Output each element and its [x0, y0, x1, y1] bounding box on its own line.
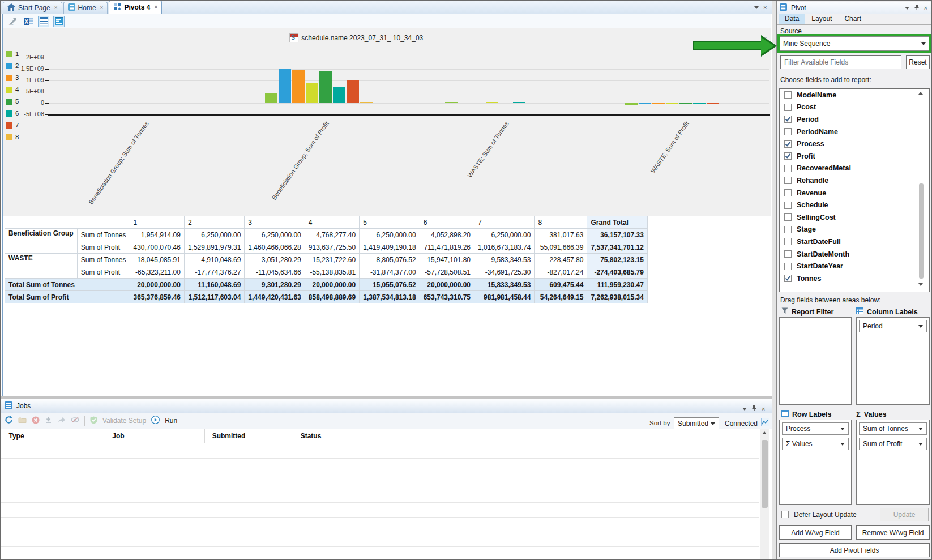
field-item-periodname[interactable]: PeriodName [780, 126, 929, 138]
pivot-document-page: csv X S schedule.name 2023_07_31_ 10_34_… [2, 14, 771, 396]
pin-icon[interactable] [914, 4, 920, 12]
checkbox[interactable] [784, 250, 792, 258]
checkbox[interactable] [784, 238, 792, 245]
table-view-icon[interactable] [38, 16, 49, 27]
scroll-up-icon[interactable] [918, 92, 923, 95]
filter-fields-input[interactable] [780, 55, 901, 69]
checkbox[interactable] [784, 213, 792, 221]
pivot-cell: 653,743,310.75 [420, 291, 474, 303]
checkbox[interactable] [784, 128, 792, 135]
field-item-tonnes[interactable]: Tonnes [780, 272, 929, 285]
jobs-column-header[interactable]: Submitted [205, 429, 253, 443]
field-item-rehandle[interactable]: Rehandle [780, 174, 929, 187]
close-icon[interactable]: × [762, 406, 765, 412]
close-icon[interactable]: × [100, 5, 104, 11]
checkbox[interactable] [784, 165, 792, 172]
close-icon[interactable]: × [763, 5, 767, 11]
defer-layout-checkbox[interactable] [781, 511, 789, 518]
export-excel-icon[interactable]: X [23, 16, 34, 27]
refresh-icon[interactable] [5, 416, 13, 426]
field-item-profit[interactable]: Profit [780, 150, 929, 163]
row-labels-dropzone[interactable]: ProcessΣ Values [779, 420, 852, 505]
field-item-startdatefull[interactable]: StartDateFull [780, 236, 929, 248]
reset-button[interactable]: Reset [906, 55, 930, 69]
source-dropdown[interactable]: Mine Sequence [779, 36, 930, 51]
jobs-empty-row [1, 546, 759, 560]
scroll-up-icon[interactable] [762, 431, 767, 434]
chevron-down-icon[interactable] [742, 408, 747, 411]
chevron-down-icon[interactable] [754, 6, 759, 9]
field-chip--values[interactable]: Σ Values [782, 438, 849, 450]
tab-label: Start Page [18, 4, 50, 12]
panel-tab-chart[interactable]: Chart [839, 14, 866, 24]
field-item-process[interactable]: Process [780, 138, 929, 150]
scrollbar-thumb[interactable] [919, 183, 924, 279]
checkbox[interactable] [784, 226, 792, 233]
field-item-stage[interactable]: Stage [780, 224, 929, 236]
scroll-down-icon[interactable] [918, 283, 923, 286]
field-chip-process[interactable]: Process [782, 422, 849, 435]
checkbox[interactable] [784, 152, 792, 160]
field-chip-period[interactable]: Period [859, 320, 927, 332]
pivot-cell: 11,160,048.69 [184, 279, 244, 291]
field-item-startdatemonth[interactable]: StartDateMonth [780, 248, 929, 260]
field-item-schedule[interactable]: Schedule [780, 199, 929, 211]
export-csv-icon[interactable]: csv [7, 16, 19, 27]
field-item-recoveredmetal[interactable]: RecoveredMetal [780, 163, 929, 175]
field-item-pcost[interactable]: Pcost [780, 101, 929, 114]
document-toolbar: csv X [3, 14, 771, 28]
sort-by-dropdown[interactable]: Submitted [674, 417, 719, 430]
checkbox[interactable] [784, 177, 792, 184]
chart-bar [333, 87, 345, 104]
choose-fields-label: Choose fields to add to report: [780, 76, 871, 84]
field-item-startdateyear[interactable]: StartDateYear [780, 260, 929, 272]
pivot-cell: 2 [184, 216, 244, 229]
field-item-sellingcost[interactable]: SellingCost [780, 211, 929, 224]
remove-wavg-field-button[interactable]: Remove WAvg Field [856, 525, 930, 540]
checkbox[interactable] [784, 189, 792, 196]
tab-start-page[interactable]: Start Page× [3, 2, 62, 14]
tab-pivots-4[interactable]: Pivots 4× [109, 1, 162, 14]
vertical-splitter[interactable] [772, 1, 777, 560]
jobs-scrollbar[interactable] [760, 429, 769, 560]
chart-area: S schedule.name 2023_07_31_ 10_34_03 123… [3, 28, 771, 216]
jobs-column-header[interactable]: Job [32, 429, 205, 443]
connection-chart-icon[interactable] [761, 418, 769, 429]
checkbox[interactable] [784, 116, 792, 123]
field-label: Tonnes [797, 275, 822, 283]
checkbox[interactable] [784, 140, 792, 148]
checkbox[interactable] [784, 91, 792, 99]
jobs-column-header[interactable]: Status [253, 429, 369, 443]
pivot-cell: 6,250,000.00 [474, 229, 535, 241]
tab-home[interactable]: Home× [63, 2, 108, 14]
field-item-period[interactable]: Period [780, 113, 929, 126]
run-button[interactable]: Run [165, 417, 177, 425]
report-filter-dropzone[interactable] [779, 317, 852, 405]
field-chip-sum-of-tonnes[interactable]: Sum of Tonnes [859, 422, 927, 435]
chevron-down-icon[interactable] [905, 7, 909, 10]
values-dropzone[interactable]: Sum of TonnesSum of Profit [856, 420, 930, 505]
chart-title: S schedule.name 2023_07_31_ 10_34_03 [289, 33, 423, 42]
add-wavg-field-button[interactable]: Add WAvg Field [779, 525, 852, 540]
run-icon[interactable] [151, 416, 160, 426]
checkbox[interactable] [784, 104, 792, 111]
close-icon[interactable]: × [54, 5, 58, 11]
checkbox[interactable] [784, 202, 792, 209]
add-pivot-fields-button[interactable]: Add Pivot Fields [779, 543, 930, 557]
column-labels-dropzone[interactable]: Period [856, 317, 930, 405]
forward-icon [57, 417, 66, 425]
panel-tab-layout[interactable]: Layout [806, 14, 837, 24]
column-labels-area-label: Column Labels [856, 307, 918, 316]
field-item-modelname[interactable]: ModelName [780, 89, 929, 101]
field-item-revenue[interactable]: Revenue [780, 187, 929, 199]
checkbox[interactable] [784, 275, 792, 282]
checkbox[interactable] [784, 263, 792, 270]
jobs-empty-row [1, 473, 759, 488]
close-icon[interactable]: × [924, 5, 927, 11]
close-icon[interactable]: × [154, 5, 157, 10]
chart-view-icon[interactable] [53, 16, 65, 27]
scrollbar-thumb[interactable] [762, 440, 768, 508]
field-chip-sum-of-profit[interactable]: Sum of Profit [859, 438, 927, 450]
jobs-column-header[interactable]: Type [1, 429, 32, 443]
panel-tab-data[interactable]: Data [779, 14, 805, 24]
